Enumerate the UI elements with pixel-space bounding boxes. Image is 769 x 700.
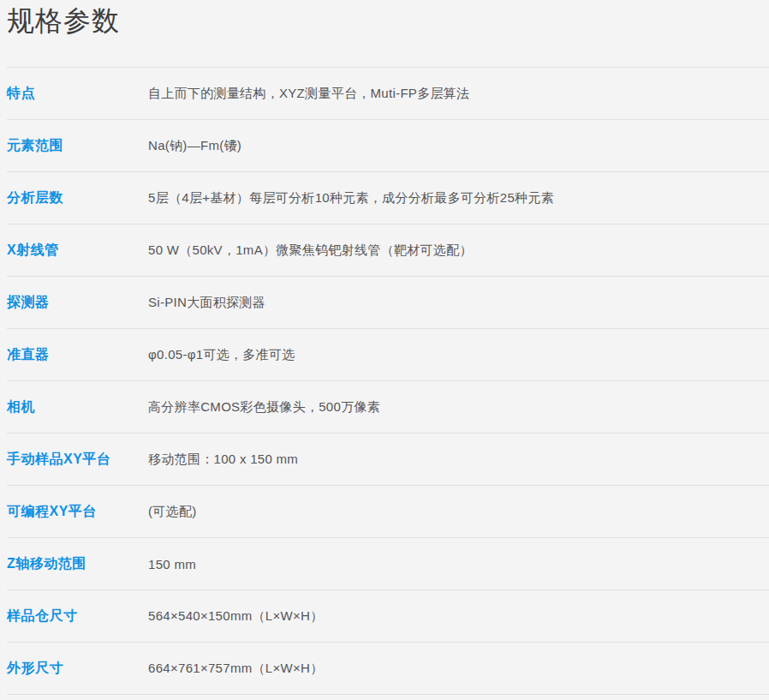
spec-value: 高分辨率CMOS彩色摄像头，500万像素 [148, 399, 769, 416]
table-row: Z轴移动范围 150 mm [7, 538, 769, 590]
spec-label: 元素范围 [7, 137, 148, 155]
spec-table: 特点 自上而下的测量结构，XYZ测量平台，Muti-FP多层算法 元素范围 Na… [7, 68, 769, 695]
table-row: 准直器 φ0.05-φ1可选，多准可选 [7, 329, 769, 381]
table-row: 可编程XY平台 (可选配) [7, 486, 769, 538]
spec-value: Na(钠)—Fm(镄) [148, 138, 769, 154]
spec-value: 150 mm [148, 557, 769, 571]
spec-label: Z轴移动范围 [7, 555, 148, 573]
spec-label: 外形尺寸 [7, 660, 148, 678]
table-row: X射线管 50 W（50kV，1mA）微聚焦钨钯射线管（靶材可选配） [7, 224, 769, 277]
table-row: 外形尺寸 664×761×757mm（L×W×H） [7, 643, 769, 695]
spec-header: 规格参数 [7, 0, 769, 68]
table-row: 特点 自上而下的测量结构，XYZ测量平台，Muti-FP多层算法 [7, 68, 769, 120]
spec-value: (可选配) [148, 504, 769, 520]
spec-page: 规格参数 特点 自上而下的测量结构，XYZ测量平台，Muti-FP多层算法 元素… [0, 0, 769, 700]
table-row: 元素范围 Na(钠)—Fm(镄) [7, 120, 769, 172]
spec-value: Si-PIN大面积探测器 [148, 295, 769, 311]
spec-label: 特点 [7, 85, 148, 103]
spec-value: 50 W（50kV，1mA）微聚焦钨钯射线管（靶材可选配） [148, 242, 769, 259]
table-row: 探测器 Si-PIN大面积探测器 [7, 277, 769, 329]
spec-label: 可编程XY平台 [7, 503, 148, 521]
spec-value: 664×761×757mm（L×W×H） [148, 661, 769, 677]
table-row: 手动样品XY平台 移动范围：100 x 150 mm [7, 434, 769, 486]
spec-value: 564×540×150mm（L×W×H） [148, 608, 769, 625]
table-row: 分析层数 5层（4层+基材）每层可分析10种元素，成分分析最多可分析25种元素 [7, 172, 769, 224]
table-row: 样品仓尺寸 564×540×150mm（L×W×H） [7, 590, 769, 643]
page-title: 规格参数 [7, 0, 769, 37]
spec-label: 探测器 [7, 294, 148, 312]
spec-label: 相机 [7, 398, 148, 416]
spec-value: 自上而下的测量结构，XYZ测量平台，Muti-FP多层算法 [148, 86, 769, 102]
spec-label: X射线管 [7, 242, 148, 260]
spec-label: 分析层数 [7, 189, 148, 207]
spec-label: 样品仓尺寸 [7, 607, 148, 625]
spec-value: φ0.05-φ1可选，多准可选 [148, 347, 769, 363]
spec-value: 5层（4层+基材）每层可分析10种元素，成分分析最多可分析25种元素 [148, 190, 769, 206]
spec-value: 移动范围：100 x 150 mm [148, 452, 769, 468]
table-row: 相机 高分辨率CMOS彩色摄像头，500万像素 [7, 381, 769, 434]
spec-label: 手动样品XY平台 [7, 451, 148, 469]
spec-label: 准直器 [7, 346, 148, 364]
